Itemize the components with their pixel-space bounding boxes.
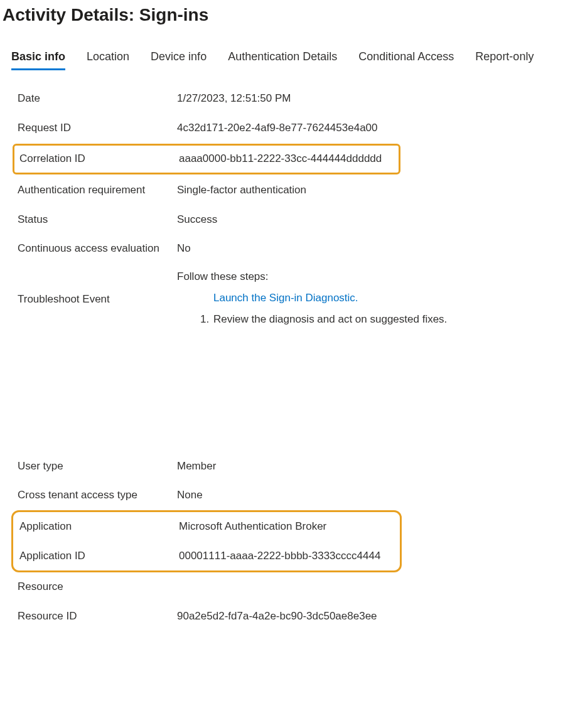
label-application: Application	[19, 519, 179, 535]
value-troubleshoot: Follow these steps: Launch the Sign-in D…	[177, 270, 447, 326]
troubleshoot-step-1: Review the diagnosis and act on suggeste…	[212, 313, 447, 326]
troubleshoot-intro: Follow these steps:	[177, 270, 447, 283]
row-cross-tenant: Cross tenant access type None	[14, 481, 582, 510]
tab-authentication-details[interactable]: Authentication Details	[228, 50, 337, 70]
value-date: 1/27/2023, 12:51:50 PM	[177, 91, 291, 107]
value-auth-requirement: Single-factor authentication	[177, 183, 306, 198]
tab-conditional-access[interactable]: Conditional Access	[358, 50, 454, 70]
label-correlation-id: Correlation ID	[19, 151, 179, 167]
row-application-id: Application ID 00001111-aaaa-2222-bbbb-3…	[16, 542, 397, 571]
troubleshoot-steps: Review the diagnosis and act on suggeste…	[177, 313, 447, 326]
label-resource-id: Resource ID	[18, 609, 177, 624]
row-application: Application Microsoft Authentication Bro…	[16, 512, 397, 542]
value-cross-tenant: None	[177, 488, 203, 503]
row-user-type: User type Member	[14, 452, 582, 481]
launch-diagnostic-link[interactable]: Launch the Sign-in Diagnostic.	[213, 292, 358, 304]
value-application-id: 00001111-aaaa-2222-bbbb-3333cccc4444	[179, 549, 380, 564]
row-date: Date 1/27/2023, 12:51:50 PM	[14, 84, 582, 114]
tab-list: Basic info Location Device info Authenti…	[11, 50, 582, 70]
label-date: Date	[18, 91, 177, 107]
label-auth-requirement: Authentication requirement	[18, 183, 177, 198]
row-correlation-id: Correlation ID aaaa0000-bb11-2222-33cc-4…	[13, 144, 400, 174]
value-correlation-id: aaaa0000-bb11-2222-33cc-444444dddddd	[179, 151, 382, 167]
value-request-id: 4c32d171-20e2-4af9-8e77-7624453e4a00	[177, 120, 378, 136]
row-request-id: Request ID 4c32d171-20e2-4af9-8e77-76244…	[14, 114, 582, 143]
tab-device-info[interactable]: Device info	[151, 50, 207, 70]
row-cae: Continuous access evaluation No	[14, 234, 582, 264]
highlight-application-group: Application Microsoft Authentication Bro…	[11, 510, 402, 572]
tab-location[interactable]: Location	[87, 50, 129, 70]
value-status: Success	[177, 212, 217, 228]
row-troubleshoot: Troubleshoot Event Follow these steps: L…	[14, 264, 582, 333]
label-application-id: Application ID	[19, 549, 179, 564]
tab-report-only[interactable]: Report-only	[475, 50, 534, 70]
tab-basic-info[interactable]: Basic info	[11, 50, 65, 70]
value-user-type: Member	[177, 459, 216, 474]
spacer	[14, 333, 582, 452]
label-resource: Resource	[18, 579, 177, 595]
value-application: Microsoft Authentication Broker	[179, 519, 326, 535]
label-request-id: Request ID	[18, 120, 177, 136]
row-resource: Resource	[14, 572, 582, 602]
page-title: Activity Details: Sign-ins	[3, 5, 582, 25]
label-status: Status	[18, 212, 177, 228]
row-auth-requirement: Authentication requirement Single-factor…	[14, 176, 582, 205]
label-user-type: User type	[18, 459, 177, 474]
details-block: Date 1/27/2023, 12:51:50 PM Request ID 4…	[14, 84, 582, 631]
value-cae: No	[177, 241, 191, 257]
label-troubleshoot: Troubleshoot Event	[18, 270, 177, 306]
label-cae: Continuous access evaluation	[18, 241, 177, 257]
label-cross-tenant: Cross tenant access type	[18, 488, 177, 503]
value-resource-id: 90a2e5d2-fd7a-4a2e-bc90-3dc50ae8e3ee	[177, 609, 377, 624]
row-status: Status Success	[14, 205, 582, 235]
row-resource-id: Resource ID 90a2e5d2-fd7a-4a2e-bc90-3dc5…	[14, 602, 582, 631]
